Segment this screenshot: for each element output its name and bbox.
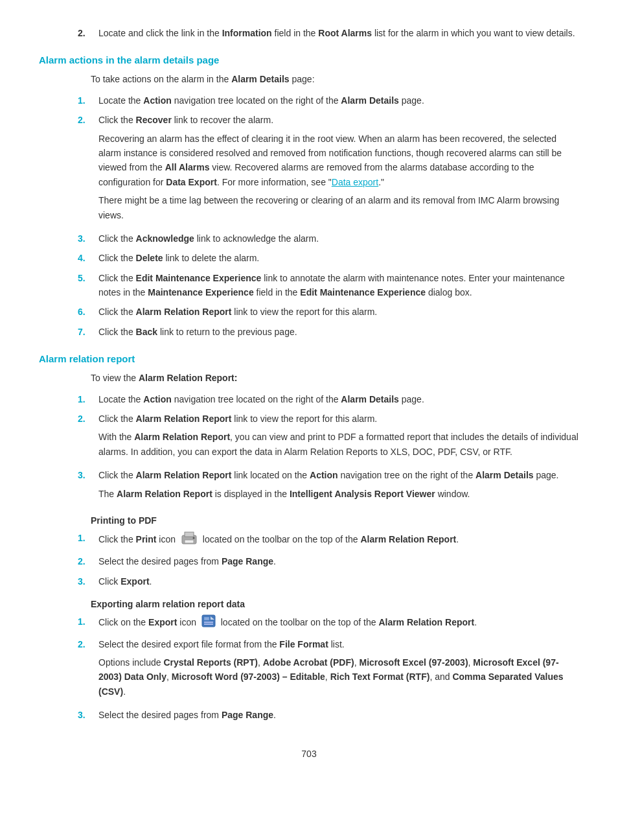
printing-heading: Printing to PDF bbox=[91, 515, 579, 526]
list-item: Click Export. bbox=[78, 574, 579, 589]
list-item: Click the Edit Maintenance Experience li… bbox=[78, 271, 579, 300]
list-item: Click the Acknowledge link to acknowledg… bbox=[78, 231, 579, 246]
list-item-content: Click the Edit Maintenance Experience li… bbox=[98, 271, 579, 300]
list-item-content: Click the Delete link to delete the alar… bbox=[98, 251, 579, 265]
list-item-content: Click the Recover link to recover the al… bbox=[98, 113, 579, 226]
list-item: Select the desired pages from Page Range… bbox=[78, 554, 579, 568]
list-item-content: Click the Alarm Relation Report link loc… bbox=[98, 468, 579, 505]
note-block-2: There might be a time lag between the re… bbox=[98, 193, 579, 222]
list-item-content: Click the Acknowledge link to acknowledg… bbox=[98, 231, 579, 246]
list-item: Select the desired pages from Page Range… bbox=[78, 708, 579, 722]
list-item: Click the Recover link to recover the al… bbox=[78, 113, 579, 226]
top-item-2: 2. Locate and click the link in the Info… bbox=[78, 26, 579, 40]
svg-rect-2 bbox=[185, 540, 194, 543]
note-block-3: With the Alarm Relation Report, you can … bbox=[98, 430, 579, 459]
list-item: Locate the Action navigation tree locate… bbox=[78, 93, 579, 108]
svg-rect-5 bbox=[204, 617, 209, 620]
page-number: 703 bbox=[39, 749, 579, 759]
list-item: Click the Delete link to delete the alar… bbox=[78, 251, 579, 265]
list-item-content: Click on the Export icon located on the … bbox=[98, 614, 579, 631]
list-item: Select the desired export file format fr… bbox=[78, 637, 579, 703]
svg-point-3 bbox=[192, 537, 194, 539]
exporting-list: Click on the Export icon located on the … bbox=[78, 614, 579, 722]
section1-list: Locate the Action navigation tree locate… bbox=[78, 93, 579, 339]
section-alarm-relation-report: Alarm relation report To view the Alarm … bbox=[39, 353, 579, 722]
printing-list: Click the Print icon located on the tool… bbox=[78, 531, 579, 589]
list-item: Click the Print icon located on the tool… bbox=[78, 531, 579, 549]
list-item-content: Locate the Action navigation tree locate… bbox=[98, 93, 579, 108]
section1-heading: Alarm actions in the alarm details page bbox=[39, 54, 579, 65]
section2-heading: Alarm relation report bbox=[39, 353, 579, 364]
top-item-text: Locate and click the link in the Informa… bbox=[98, 26, 575, 40]
data-export-link[interactable]: Data export bbox=[332, 177, 378, 187]
list-item: Click the Back link to return to the pre… bbox=[78, 325, 579, 339]
list-item-content: Click the Back link to return to the pre… bbox=[98, 325, 579, 339]
svg-rect-4 bbox=[202, 615, 215, 627]
export-options-note: Options include Crystal Reports (RPT), A… bbox=[98, 655, 579, 699]
list-item: Click the Alarm Relation Report link loc… bbox=[78, 468, 579, 505]
list-item: Locate the Action navigation tree locate… bbox=[78, 392, 579, 406]
note-block: Recovering an alarm has the effect of cl… bbox=[98, 132, 579, 190]
list-item: Click on the Export icon located on the … bbox=[78, 614, 579, 631]
list-item-content: Click the Alarm Relation Report link to … bbox=[98, 305, 579, 319]
note-block-4: The Alarm Relation Report is displayed i… bbox=[98, 487, 579, 501]
list-item-content: Locate the Action navigation tree locate… bbox=[98, 392, 579, 406]
svg-rect-6 bbox=[204, 622, 213, 623]
list-item-content: Click Export. bbox=[98, 574, 579, 589]
exporting-heading: Exporting alarm relation report data bbox=[91, 599, 579, 609]
section1-intro: To take actions on the alarm in the Alar… bbox=[91, 72, 579, 86]
svg-rect-7 bbox=[204, 624, 213, 625]
svg-rect-1 bbox=[185, 532, 194, 537]
list-item: Click the Alarm Relation Report link to … bbox=[78, 305, 579, 319]
print-icon bbox=[181, 531, 198, 549]
list-item-content: Select the desired pages from Page Range… bbox=[98, 554, 579, 568]
list-item-content: Select the desired pages from Page Range… bbox=[98, 708, 579, 722]
section2-intro: To view the Alarm Relation Report: bbox=[91, 371, 579, 385]
list-item-content: Click the Print icon located on the tool… bbox=[98, 531, 579, 549]
item-number: 2. bbox=[78, 26, 93, 40]
export-icon bbox=[201, 614, 216, 631]
list-item-content: Click the Alarm Relation Report link to … bbox=[98, 412, 579, 463]
section-alarm-actions: Alarm actions in the alarm details page … bbox=[39, 54, 579, 339]
section2-list: Locate the Action navigation tree locate… bbox=[78, 392, 579, 505]
list-item-content: Select the desired export file format fr… bbox=[98, 637, 579, 703]
list-item: Click the Alarm Relation Report link to … bbox=[78, 412, 579, 463]
